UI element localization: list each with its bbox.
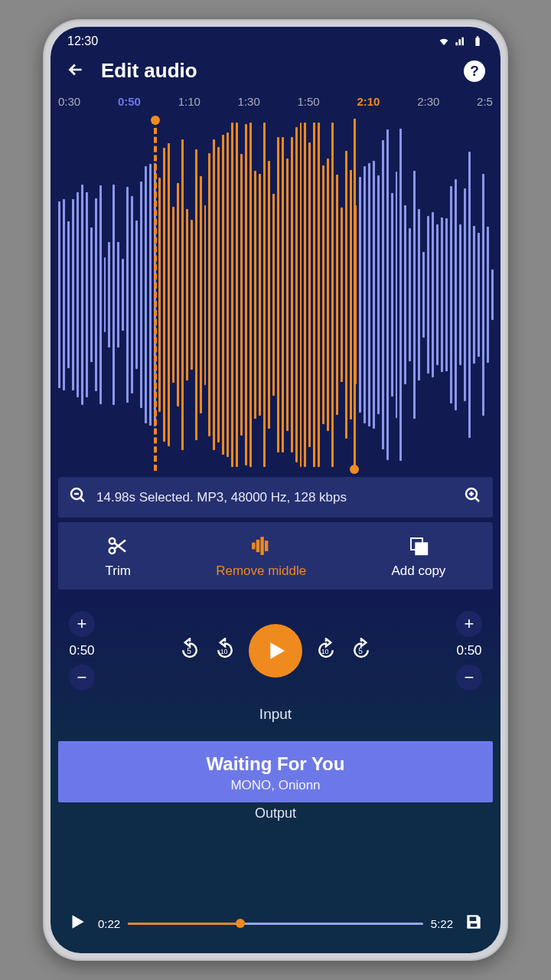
right-step-column: + 0:50 − <box>456 611 482 691</box>
copy-icon <box>407 534 430 557</box>
scissors-icon <box>106 534 129 557</box>
wifi-icon <box>438 35 450 47</box>
app-header: Edit audio ? <box>51 53 500 92</box>
play-icon <box>263 639 288 663</box>
app-screen: 12:30 Edit audio ? 0:300:501:101:301:502… <box>51 27 500 953</box>
svg-rect-11 <box>416 543 427 554</box>
track-title: Waiting For You <box>67 753 484 775</box>
status-icons <box>438 35 484 47</box>
remove-middle-button[interactable]: Remove middle <box>216 534 306 579</box>
timeline-tick: 2:10 <box>357 95 380 108</box>
forward-5-button[interactable]: 5 <box>350 638 373 664</box>
progress-duration: 5:22 <box>431 917 453 930</box>
output-label: Output <box>51 805 500 822</box>
forward-10-icon: 10 <box>315 638 337 661</box>
rewind-10-icon: 10 <box>214 638 236 661</box>
trim-button[interactable]: Trim <box>106 534 131 579</box>
selection-start-marker[interactable] <box>154 119 157 471</box>
arrow-left-icon <box>66 60 86 80</box>
timeline-tick: 2:30 <box>417 95 439 108</box>
progress-wrap: 0:22 5:22 <box>98 917 453 930</box>
player-controls: + 0:50 − 5 10 10 5 <box>51 590 500 703</box>
battery-icon <box>471 35 484 47</box>
output-player-bar: 0:22 5:22 <box>51 904 500 953</box>
right-minus-button[interactable]: − <box>456 665 482 691</box>
signal-icon <box>455 35 467 47</box>
rewind-10-button[interactable]: 10 <box>214 638 236 664</box>
remove-middle-label: Remove middle <box>216 564 306 579</box>
status-bar: 12:30 <box>51 27 500 53</box>
input-label: Input <box>51 706 500 723</box>
timeline-tick: 2:5 <box>477 95 493 108</box>
back-button[interactable] <box>66 60 86 83</box>
timeline-tick: 1:10 <box>178 95 201 108</box>
svg-text:10: 10 <box>321 648 329 655</box>
svg-rect-6 <box>253 543 255 549</box>
help-button[interactable]: ? <box>464 60 485 82</box>
save-button[interactable] <box>464 912 484 935</box>
rewind-5-button[interactable]: 5 <box>178 638 201 664</box>
transport-controls: 5 10 10 5 <box>178 624 373 678</box>
progress-slider[interactable] <box>128 923 423 925</box>
svg-point-5 <box>109 548 116 554</box>
now-playing-card[interactable]: Waiting For You MONO, Onionn <box>58 741 493 802</box>
left-step-time: 0:50 <box>69 643 94 658</box>
timeline-ticks: 0:300:501:101:301:502:102:302:5 <box>51 92 500 116</box>
add-copy-button[interactable]: Add copy <box>391 534 445 579</box>
svg-point-4 <box>109 538 116 544</box>
progress-current: 0:22 <box>98 917 120 930</box>
output-play-button[interactable] <box>67 912 87 935</box>
forward-10-button[interactable]: 10 <box>315 638 337 664</box>
waveform-display[interactable] <box>58 119 493 471</box>
help-icon: ? <box>470 63 479 80</box>
waveform-icon <box>249 534 272 557</box>
device-frame: 12:30 Edit audio ? 0:300:501:101:301:502… <box>43 19 508 961</box>
rewind-5-icon: 5 <box>178 638 201 661</box>
left-step-column: + 0:50 − <box>69 611 95 691</box>
svg-rect-0 <box>475 38 479 46</box>
save-icon <box>464 912 484 932</box>
zoom-out-button[interactable] <box>69 486 87 508</box>
timeline-tick: 0:50 <box>118 95 141 108</box>
play-button[interactable] <box>249 624 302 678</box>
forward-5-icon: 5 <box>350 638 373 661</box>
right-plus-button[interactable]: + <box>456 611 482 637</box>
svg-rect-9 <box>266 541 268 551</box>
timeline-tick: 1:50 <box>298 95 320 108</box>
selection-info-bar: 14.98s Selected. MP3, 48000 Hz, 128 kbps <box>58 477 493 518</box>
timeline-tick: 0:30 <box>58 95 80 108</box>
svg-rect-7 <box>257 541 259 552</box>
svg-rect-1 <box>477 36 479 38</box>
edit-action-bar: Trim Remove middle Add copy <box>58 522 493 590</box>
add-copy-label: Add copy <box>391 564 445 579</box>
right-step-time: 0:50 <box>456 643 481 658</box>
selection-end-marker[interactable] <box>354 119 356 471</box>
svg-rect-8 <box>261 537 263 555</box>
svg-text:5: 5 <box>187 647 191 655</box>
selection-info-text: 14.98s Selected. MP3, 48000 Hz, 128 kbps <box>96 490 455 505</box>
track-artist: MONO, Onionn <box>67 778 484 793</box>
timeline-tick: 1:30 <box>238 95 260 108</box>
svg-text:10: 10 <box>220 648 228 655</box>
left-plus-button[interactable]: + <box>69 611 95 637</box>
trim-label: Trim <box>106 564 131 579</box>
zoom-out-icon <box>69 486 87 505</box>
status-clock: 12:30 <box>67 34 98 48</box>
zoom-in-icon <box>464 486 482 505</box>
left-minus-button[interactable]: − <box>69 665 95 691</box>
page-title: Edit audio <box>101 59 448 83</box>
play-icon <box>67 912 87 932</box>
zoom-in-button[interactable] <box>464 486 482 508</box>
svg-text:5: 5 <box>358 647 363 655</box>
